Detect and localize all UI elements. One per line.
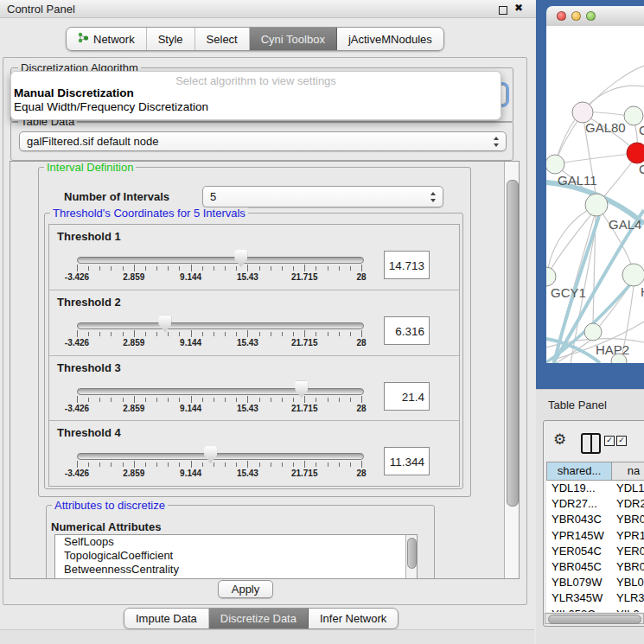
slider-tick — [259, 462, 260, 467]
table-cell[interactable]: YDR2 — [616, 496, 644, 512]
tab-cyni-toolbox[interactable]: Cyni Toolbox — [250, 28, 337, 50]
threshold-slider-track[interactable] — [77, 322, 364, 329]
table-row[interactable]: YDR27...YDR2 — [546, 496, 644, 512]
table-cell[interactable]: YBR043C — [552, 512, 602, 527]
table-cell[interactable]: YER054C — [552, 544, 602, 559]
checkbox-icon[interactable]: ✓ — [604, 436, 615, 446]
table-cell[interactable]: YBR0 — [616, 559, 644, 575]
slider-tick — [236, 398, 237, 402]
slider-thumb-threshold-4[interactable] — [204, 446, 217, 463]
settings-scrollbar-thumb[interactable] — [507, 180, 519, 507]
list-item[interactable]: SelfLoops — [55, 535, 417, 549]
network-node-label: GAL11 — [558, 173, 597, 188]
table-row[interactable]: YLR345WYLR3 — [546, 590, 644, 606]
table-hscrollbar-thumb[interactable] — [548, 615, 641, 624]
table-row[interactable]: YDL19...YDL1 — [546, 481, 644, 496]
table-row[interactable]: YPR145WYPR1 — [546, 528, 644, 544]
slider-tick — [99, 398, 100, 402]
threshold-label: Threshold 2 — [57, 296, 121, 309]
threshold-slider-track[interactable] — [77, 453, 364, 460]
slider-tick — [259, 266, 260, 271]
table-row[interactable]: YBR045CYBR0 — [546, 559, 644, 575]
slider-tick — [328, 266, 328, 271]
zoom-window-icon[interactable] — [586, 11, 596, 21]
threshold-4-value-field[interactable]: 11.344 — [384, 447, 430, 475]
table-cell[interactable]: YBR045C — [552, 559, 602, 575]
table-row[interactable]: YBL079WYBL0 — [546, 575, 644, 590]
slider-tick — [179, 398, 180, 402]
threshold-1-value-field[interactable]: 14.713 — [384, 251, 430, 279]
table-cell[interactable]: YLR3 — [616, 590, 644, 606]
table-row[interactable]: YER054CYER0 — [546, 544, 644, 559]
table-header-shared-[interactable]: shared... — [546, 462, 612, 481]
tab-infer-network[interactable]: Infer Network — [309, 609, 398, 628]
algorithm-option[interactable]: Equal Width/Frequency Discretization — [13, 100, 499, 114]
algorithm-option[interactable]: Manual Discretization — [13, 86, 499, 100]
table-cell[interactable]: YLR345W — [552, 590, 603, 606]
table-cell[interactable]: YBL0 — [616, 575, 644, 590]
tab-jactivemnodules[interactable]: jActiveMNodules — [337, 28, 443, 50]
tab-discretize-data[interactable]: Discretize Data — [209, 609, 309, 628]
slider-tick — [156, 332, 157, 336]
network-node[interactable] — [622, 264, 644, 286]
table-cell[interactable]: YPR145W — [552, 528, 604, 544]
tab-select[interactable]: Select — [195, 28, 250, 50]
float-panel-icon[interactable] — [499, 6, 507, 15]
network-node[interactable] — [584, 323, 602, 341]
number-of-intervals-combo[interactable]: 5 — [202, 186, 443, 207]
close-panel-icon[interactable]: ✖ — [514, 2, 523, 14]
slider-tick — [361, 265, 362, 271]
gear-icon[interactable]: ⚙ — [553, 430, 566, 448]
slider-tick — [99, 332, 100, 336]
combo-arrows-icon — [430, 192, 437, 202]
settings-scrollbar[interactable] — [504, 162, 520, 578]
tab-impute-data[interactable]: Impute Data — [124, 609, 209, 628]
minimize-window-icon[interactable] — [571, 11, 581, 21]
table-cell[interactable]: YBL079W — [552, 575, 603, 590]
slider-thumb-threshold-1[interactable] — [234, 250, 247, 267]
threshold-3-value-field[interactable]: 21.4 — [384, 382, 430, 411]
slider-tick — [271, 398, 271, 402]
slider-tick — [77, 330, 78, 337]
close-window-icon[interactable] — [557, 11, 566, 21]
threshold-slider-track[interactable] — [77, 388, 364, 395]
slider-tick — [156, 398, 157, 402]
threshold-2-value-field[interactable]: 6.316 — [384, 316, 430, 345]
apply-button[interactable]: Apply — [218, 580, 273, 598]
table-cell[interactable]: YER0 — [616, 544, 644, 559]
table-cell[interactable]: YPR1 — [616, 528, 644, 544]
table-data-combo[interactable]: galFiltered.sif default node — [19, 131, 507, 151]
table-cell[interactable]: YDL1 — [616, 481, 644, 496]
table-row[interactable]: YIL052CYIL0 — [546, 607, 644, 612]
columns-icon[interactable] — [581, 433, 601, 454]
table-cell[interactable]: YBR0 — [616, 512, 644, 527]
table-cell[interactable]: YDL19... — [552, 481, 596, 496]
checkbox-icon[interactable]: ✓ — [616, 436, 627, 446]
attributes-scrollbar-thumb[interactable] — [407, 538, 417, 569]
slider-tick — [145, 266, 146, 271]
table-cell[interactable]: YIL0 — [616, 607, 640, 612]
table-cell[interactable]: YIL052C — [552, 607, 596, 612]
slider-tick — [361, 396, 362, 403]
table-hscrollbar[interactable] — [545, 613, 644, 624]
table-row[interactable]: YBR043CYBR0 — [546, 512, 644, 527]
threshold-slider-track[interactable] — [77, 257, 364, 264]
slider-tick — [225, 332, 226, 336]
threshold-panel: Threshold 2-3.4262.8599.14415.4321.71528… — [49, 290, 459, 356]
numerical-attributes-label: Numerical Attributes — [51, 520, 161, 533]
network-canvas[interactable]: GAL80GACGAL11GAL4GCY1HHAP2 — [546, 26, 644, 363]
network-node[interactable] — [585, 194, 608, 216]
table-cell[interactable]: YDR27... — [552, 496, 597, 512]
slider-thumb-threshold-2[interactable] — [158, 316, 171, 333]
tab-network[interactable]: Network — [67, 28, 147, 50]
slider-thumb-threshold-3[interactable] — [295, 381, 308, 399]
network-node[interactable] — [627, 143, 644, 163]
network-node[interactable] — [546, 267, 556, 286]
attributes-scrollbar[interactable] — [405, 535, 417, 579]
list-item[interactable]: TopologicalCoefficient — [55, 549, 417, 563]
network-node[interactable] — [546, 155, 564, 174]
tab-style[interactable]: Style — [147, 28, 195, 50]
list-item[interactable]: BetweennessCentrality — [55, 563, 417, 577]
slider-tick-label: 28 — [356, 338, 366, 348]
table-header-na[interactable]: na — [611, 462, 644, 481]
